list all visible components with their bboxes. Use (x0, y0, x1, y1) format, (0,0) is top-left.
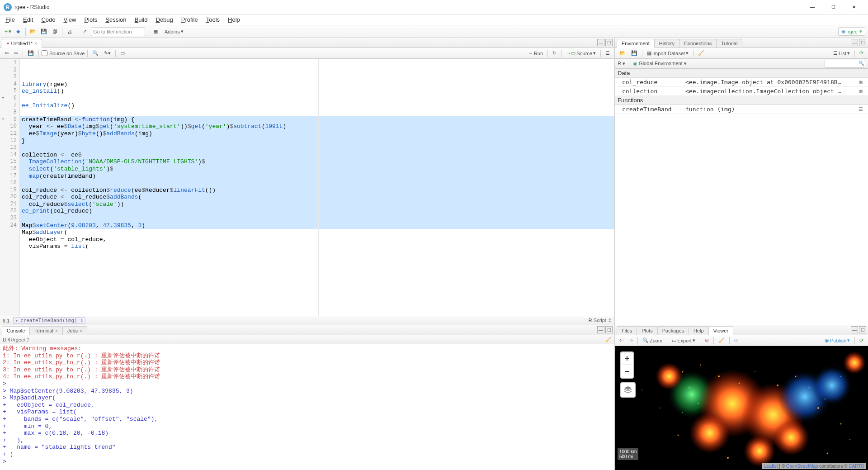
menu-item-profile[interactable]: Profile (178, 15, 202, 24)
clear-viewer-button[interactable]: 🧹 (717, 337, 726, 345)
goto-file-input[interactable]: Go to file/function (91, 27, 145, 36)
remove-button[interactable]: ⊘ (703, 337, 711, 345)
tab-terminal[interactable]: Terminal × (29, 326, 62, 335)
osm-link[interactable]: OpenStreetMap (786, 464, 818, 469)
viewer-back-button[interactable]: ⇦ (618, 337, 625, 345)
menu-item-view[interactable]: View (60, 15, 80, 24)
scope-global-button[interactable]: ◉ Global Environment ▾ (633, 61, 687, 66)
maximize-pane-button[interactable]: ☐ (605, 39, 613, 46)
zoom-button[interactable]: 🔍 Zoom (641, 337, 664, 345)
outline-button[interactable]: ☰ (604, 49, 612, 57)
source-on-save-checkbox[interactable] (42, 50, 47, 56)
minimize-pane-button[interactable]: — (597, 326, 604, 333)
clear-objects-button[interactable]: 🧹 (696, 49, 706, 57)
new-file-button[interactable]: ＋▾ (3, 27, 12, 36)
svg-point-19 (840, 423, 842, 425)
open-file-button[interactable]: 📂 (28, 27, 38, 36)
scope-r-button[interactable]: R ▾ (618, 61, 625, 66)
project-selector[interactable]: ◉ rgee ▾ (838, 27, 865, 36)
list-view-button[interactable]: ☰ List ▾ (831, 49, 852, 57)
save-button[interactable]: 💾 (39, 27, 48, 36)
menu-item-session[interactable]: Session (102, 15, 130, 24)
env-row-collection[interactable]: collection<ee.imagecollection.ImageColle… (615, 87, 868, 96)
code-editor[interactable]: 123456▾789▾10111213141516171819202122232… (0, 59, 614, 316)
console-output[interactable]: 此外: Warning messages:1: In ee_utils_py_t… (0, 344, 614, 470)
clear-console-button[interactable]: 🧹 (605, 337, 612, 342)
save-button[interactable]: 💾 (26, 49, 36, 57)
menu-item-build[interactable]: Build (131, 15, 151, 24)
export-button[interactable]: ▭ Export ▾ (670, 337, 697, 345)
tab-files[interactable]: Files (617, 326, 637, 335)
tab-tutorial[interactable]: Tutorial (716, 39, 742, 47)
import-dataset-button[interactable]: ▦ Import Dataset ▾ (645, 49, 690, 57)
minimize-pane-button[interactable]: — (851, 326, 858, 333)
tab-viewer[interactable]: Viewer (708, 326, 733, 335)
new-project-button[interactable]: ◆ (14, 27, 23, 36)
menu-item-code[interactable]: Code (38, 15, 59, 24)
maximize-pane-button[interactable]: ☐ (605, 326, 613, 333)
map-canvas[interactable] (615, 346, 868, 470)
maximize-button[interactable]: ☐ (823, 0, 844, 14)
tab-packages[interactable]: Packages (657, 326, 689, 335)
tab-console[interactable]: Console (2, 326, 30, 335)
maximize-pane-button[interactable]: ☐ (859, 39, 866, 46)
addins-menu[interactable]: Addins ▾ (162, 27, 186, 36)
menu-item-edit[interactable]: Edit (19, 15, 37, 24)
window-controls: — ☐ ✕ (802, 0, 864, 14)
close-icon[interactable]: × (34, 41, 37, 46)
back-button[interactable]: ⇦ (3, 49, 10, 57)
save-all-button[interactable]: 🗐 (50, 27, 59, 36)
save-workspace-button[interactable]: 💾 (629, 49, 639, 57)
menu-item-help[interactable]: Help (224, 15, 244, 24)
tab-connections[interactable]: Connections (679, 39, 717, 47)
grid-button[interactable]: ▦ (151, 27, 160, 36)
notebook-button[interactable]: ▭ (118, 49, 127, 57)
load-workspace-button[interactable]: 📂 (618, 49, 627, 57)
find-button[interactable]: 🔍 (90, 49, 100, 57)
minimize-button[interactable]: — (802, 0, 823, 14)
close-button[interactable]: ✕ (844, 0, 864, 14)
refresh-viewer-button[interactable]: ⟳ (858, 337, 865, 345)
menu-item-file[interactable]: File (2, 15, 19, 24)
function-context[interactable]: ▸createTimeBand(img) ⇕ (13, 317, 85, 324)
leaflet-link[interactable]: Leaflet (764, 464, 778, 469)
tab-help[interactable]: Help (689, 326, 709, 335)
file-type-label[interactable]: R Script ⇕ (589, 318, 612, 323)
layers-button[interactable] (620, 382, 636, 398)
close-icon[interactable]: × (80, 328, 82, 333)
inspect-icon[interactable]: ▦ (856, 79, 865, 85)
inspect-icon[interactable]: ▦ (856, 88, 865, 94)
tab-environment[interactable]: Environment (617, 39, 655, 48)
carto-link[interactable]: CARTO (849, 464, 864, 469)
minimize-pane-button[interactable]: — (851, 39, 858, 46)
wand-button[interactable]: ✎▾ (102, 49, 113, 57)
source-button[interactable]: →▭ Source ▾ (564, 49, 598, 57)
print-button[interactable]: 🖨 (65, 27, 74, 36)
menu-item-tools[interactable]: Tools (203, 15, 223, 24)
console-path[interactable]: D:/R/rgee/ (3, 337, 25, 342)
menu-item-plots[interactable]: Plots (80, 15, 101, 24)
tab-plots[interactable]: Plots (637, 326, 657, 335)
minimize-pane-button[interactable]: — (597, 39, 604, 46)
forward-button[interactable]: ⇨ (12, 49, 20, 57)
run-button[interactable]: → Run (526, 49, 545, 57)
viewer-forward-button[interactable]: ⇨ (627, 337, 635, 345)
publish-button[interactable]: ◉ Publish ▾ (823, 337, 852, 345)
env-search-input[interactable] (825, 60, 865, 68)
zoom-out-button[interactable]: − (620, 365, 634, 379)
maximize-pane-button[interactable]: ☐ (859, 326, 866, 333)
viewer-body[interactable]: + − 1000 km 500 mi Leaflet | © OpenStree… (615, 346, 868, 470)
zoom-in-button[interactable]: + (620, 351, 634, 365)
inspect-icon[interactable]: ☰ (856, 106, 865, 112)
env-row-col_reduce[interactable]: col_reduce<ee.image.Image object at 0x00… (615, 78, 868, 87)
env-row-createTimeBand[interactable]: createTimeBandfunction (img)☰ (615, 105, 868, 114)
close-icon[interactable]: × (55, 328, 58, 333)
refresh-button[interactable]: ⟳ (858, 49, 865, 57)
tab-jobs[interactable]: Jobs × (62, 326, 87, 335)
tab-history[interactable]: History (654, 39, 679, 47)
menu-item-debug[interactable]: Debug (152, 15, 177, 24)
source-tab-untitled[interactable]: ● Untitled1* × (2, 39, 42, 48)
pane-controls: — ☐ (597, 326, 613, 333)
rerun-button[interactable]: ↻ (551, 49, 558, 57)
sync-button[interactable]: ⟳ (732, 337, 740, 345)
